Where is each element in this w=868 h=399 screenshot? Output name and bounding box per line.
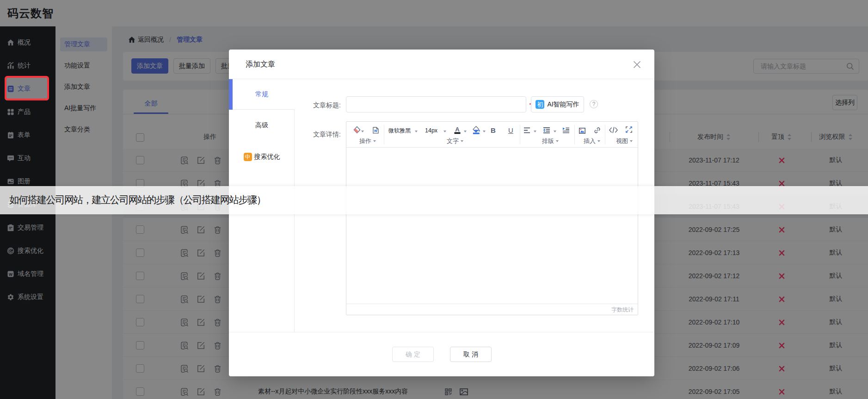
toolbar-separator	[520, 125, 520, 144]
chevron-down-icon[interactable]	[464, 131, 467, 132]
article-detail-label: 文章详情:	[295, 131, 341, 139]
bold-button[interactable]: B	[491, 125, 498, 136]
dialog-tab-label: 搜索优化	[254, 153, 280, 161]
chevron-down-icon[interactable]	[483, 131, 486, 132]
underline-button[interactable]: U	[508, 125, 516, 136]
article-title-label: 文章标题:	[295, 101, 341, 110]
code-icon[interactable]	[609, 127, 618, 133]
editor-countbar: 字数统计	[346, 304, 638, 315]
fontcolor-icon[interactable]: A	[454, 126, 461, 134]
dialog-tab-label: 常规	[255, 90, 268, 99]
toolbar-group-插入[interactable]: 插入	[584, 137, 600, 145]
indent-icon[interactable]	[563, 127, 569, 133]
fullscreen-icon[interactable]	[626, 126, 632, 133]
link-icon[interactable]	[593, 126, 601, 134]
active-tab-indicator	[229, 79, 233, 110]
ai-writing-button[interactable]: 初 AI智能写作	[531, 96, 584, 112]
eraser-icon[interactable]	[353, 126, 361, 134]
font-family-select[interactable]: 微软雅黑	[388, 125, 411, 136]
dialog-tab-高级[interactable]: 高级	[229, 110, 295, 141]
font-size-select[interactable]: 14px	[425, 125, 437, 136]
editor-content[interactable]	[346, 148, 638, 304]
row-title-tooltip: 如何搭建公司网站，建立公司网站的步骤（公司搭建网站步骤）	[0, 186, 868, 214]
toolbar-group-排版[interactable]: 排版	[542, 137, 559, 145]
toolbar-group-操作[interactable]: 操作	[359, 137, 376, 145]
dialog-footer: 确 定 取 消	[229, 332, 654, 376]
chevron-down-icon[interactable]	[361, 131, 364, 132]
toolbar-separator	[574, 125, 575, 144]
chevron-down-icon[interactable]	[415, 131, 418, 132]
annotation-highlight-box	[5, 76, 49, 100]
dialog-header: 添加文章	[229, 50, 654, 79]
worddoc-icon[interactable]	[372, 127, 379, 134]
svg-text:A: A	[455, 126, 460, 133]
toolbar-separator	[605, 125, 605, 144]
seo-tab-icon: 中	[244, 153, 252, 161]
cancel-button[interactable]: 取 消	[450, 347, 492, 362]
chevron-down-icon[interactable]	[534, 131, 536, 132]
article-title-input[interactable]	[346, 96, 526, 112]
dialog-tab-label: 高级	[255, 121, 268, 130]
ai-badge-icon: 初	[536, 100, 544, 109]
dialog-tab-搜索优化[interactable]: 中搜索优化	[229, 142, 295, 172]
dialog-tab-常规[interactable]: 常规	[229, 79, 295, 110]
help-icon[interactable]: ?	[590, 100, 598, 108]
toolbar-group-视图[interactable]: 视图	[616, 137, 633, 145]
lineheight-icon[interactable]	[543, 127, 550, 133]
chevron-down-icon[interactable]	[443, 131, 446, 132]
chevron-down-icon[interactable]	[554, 131, 556, 132]
dialog-tabs-border	[294, 110, 295, 332]
edimage-icon[interactable]	[579, 128, 585, 134]
tooltip-text: 如何搭建公司网站，建立公司网站的步骤（公司搭建网站步骤）	[9, 186, 265, 214]
word-count-label: 字数统计	[611, 304, 634, 316]
bucket-icon[interactable]	[473, 126, 480, 134]
align-icon[interactable]	[524, 127, 530, 133]
close-icon[interactable]	[633, 60, 641, 69]
dialog-title: 添加文章	[246, 50, 275, 79]
confirm-button[interactable]: 确 定	[392, 347, 434, 362]
rich-text-editor: 微软雅黑14pxABU操作文字排版插入视图 字数统计	[346, 121, 638, 315]
toolbar-separator	[384, 125, 384, 144]
toolbar-group-文字[interactable]: 文字	[447, 137, 463, 145]
editor-toolbar: 微软雅黑14pxABU操作文字排版插入视图	[346, 122, 638, 148]
